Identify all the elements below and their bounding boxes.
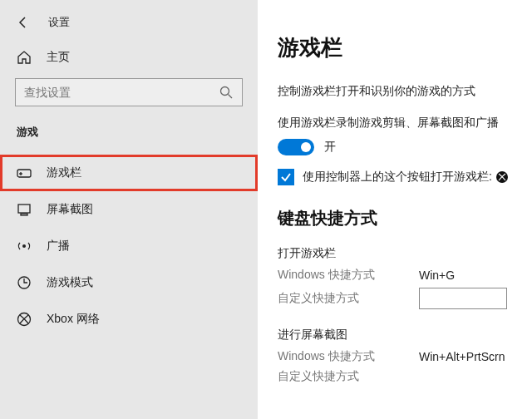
nav-game-bar[interactable]: 游戏栏	[0, 155, 258, 191]
nav-label: 屏幕截图	[47, 202, 93, 217]
toggle-state: 开	[324, 140, 336, 155]
shortcut-group-screenshot: 进行屏幕截图 Windows 快捷方式 Win+Alt+PrtScrn 自定义快…	[278, 328, 532, 384]
shortcut-group-open: 打开游戏栏 Windows 快捷方式 Win+G 自定义快捷方式	[278, 246, 532, 309]
shortcut-row: 自定义快捷方式	[278, 369, 532, 384]
search-box[interactable]	[15, 78, 243, 106]
svg-rect-6	[21, 214, 27, 215]
xbox-button-icon	[495, 170, 509, 184]
nav-xbox-network[interactable]: Xbox 网络	[0, 301, 258, 338]
shortcut-title: 打开游戏栏	[278, 246, 532, 261]
controller-checkbox[interactable]	[278, 169, 294, 185]
home-link[interactable]: 主页	[0, 42, 258, 78]
search-icon	[219, 85, 234, 100]
shortcut-title: 进行屏幕截图	[278, 328, 532, 343]
search-input[interactable]	[24, 86, 219, 99]
broadcast-icon	[17, 239, 32, 254]
game-bar-icon	[17, 165, 32, 180]
shortcuts-heading: 键盘快捷方式	[278, 207, 532, 229]
svg-point-0	[221, 87, 229, 96]
page-title: 游戏栏	[278, 33, 532, 62]
windows-shortcut-value: Win+Alt+PrtScrn	[419, 350, 505, 363]
nav-game-mode[interactable]: 游戏模式	[0, 264, 258, 301]
windows-shortcut-label: Windows 快捷方式	[278, 349, 419, 364]
shortcut-row: 自定义快捷方式	[278, 288, 532, 309]
toggle-knob	[301, 142, 311, 152]
svg-rect-5	[18, 205, 30, 213]
back-button[interactable]	[17, 16, 30, 29]
checkbox-text: 使用控制器上的这个按钮打开游戏栏:	[303, 170, 492, 185]
nav-label: Xbox 网络	[47, 312, 100, 327]
settings-title: 设置	[48, 15, 70, 30]
svg-line-1	[229, 95, 233, 99]
game-mode-icon	[17, 275, 32, 290]
custom-shortcut-label: 自定义快捷方式	[278, 369, 419, 384]
sidebar-header: 设置	[0, 0, 258, 42]
checkbox-row: 使用控制器上的这个按钮打开游戏栏:	[278, 169, 532, 185]
svg-point-7	[22, 244, 26, 248]
nav-broadcast[interactable]: 广播	[0, 228, 258, 264]
screenshot-icon	[17, 202, 32, 217]
game-bar-toggle[interactable]	[278, 139, 314, 155]
checkbox-label: 使用控制器上的这个按钮打开游戏栏:	[303, 170, 509, 185]
custom-shortcut-label: 自定义快捷方式	[278, 291, 419, 306]
custom-shortcut-input[interactable]	[419, 288, 507, 309]
windows-shortcut-label: Windows 快捷方式	[278, 268, 419, 283]
nav-label: 游戏模式	[47, 275, 93, 290]
nav-label: 广播	[47, 239, 70, 254]
page-description: 控制游戏栏打开和识别你的游戏的方式	[278, 84, 532, 99]
content: 游戏栏 控制游戏栏打开和识别你的游戏的方式 使用游戏栏录制游戏剪辑、屏幕截图和广…	[258, 0, 532, 419]
windows-shortcut-value: Win+G	[419, 269, 455, 282]
category-title: 游戏	[0, 121, 258, 155]
home-icon	[17, 50, 32, 65]
toggle-label: 使用游戏栏录制游戏剪辑、屏幕截图和广播	[278, 116, 532, 131]
nav-label: 游戏栏	[47, 165, 81, 180]
toggle-row: 开	[278, 139, 532, 155]
shortcut-row: Windows 快捷方式 Win+Alt+PrtScrn	[278, 349, 532, 364]
home-label: 主页	[47, 50, 70, 65]
nav-screenshot[interactable]: 屏幕截图	[0, 191, 258, 228]
shortcut-row: Windows 快捷方式 Win+G	[278, 268, 532, 283]
toggle-section: 使用游戏栏录制游戏剪辑、屏幕截图和广播 开 使用控制器上的这个按钮打开游戏栏:	[278, 116, 532, 185]
sidebar: 设置 主页 游戏 游戏栏 屏幕截图 广播 游戏模式	[0, 0, 258, 419]
xbox-icon	[17, 312, 32, 327]
